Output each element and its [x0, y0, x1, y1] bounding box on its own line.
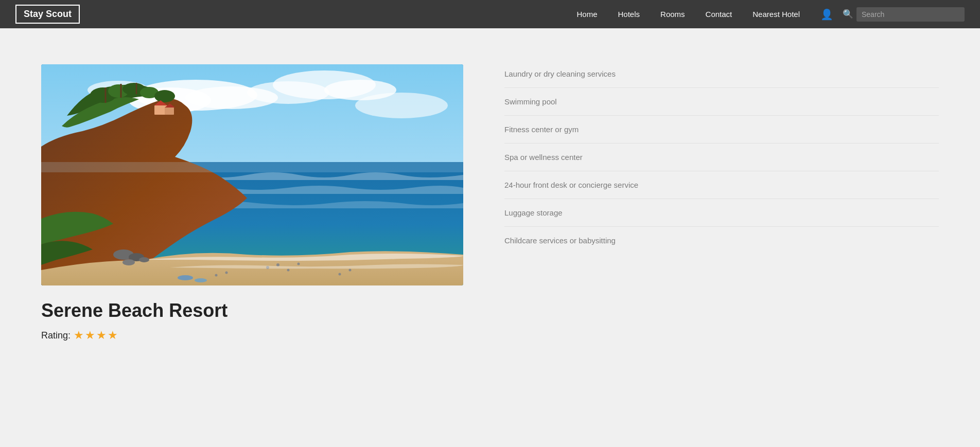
svg-point-34: [122, 259, 135, 265]
svg-point-26: [215, 274, 218, 277]
svg-point-29: [339, 273, 341, 276]
user-icon[interactable]: 👤: [820, 8, 833, 21]
star-1: ★: [74, 329, 84, 342]
svg-point-6: [247, 81, 329, 104]
search-input[interactable]: [856, 7, 965, 22]
svg-point-31: [195, 278, 207, 282]
main-content: Serene Beach Resort Rating: ★ ★ ★ ★ Laun…: [0, 28, 980, 363]
star-rating: ★ ★ ★ ★: [74, 329, 118, 342]
nav-links: Home Hotels Rooms Contact Nearest Hotel: [577, 10, 800, 19]
star-2: ★: [85, 329, 95, 342]
amenity-6: Childcare services or babysitting: [504, 227, 939, 254]
nav-contact[interactable]: Contact: [706, 10, 732, 19]
amenity-3: Spa or wellness center: [504, 144, 939, 171]
navbar: Stay Scout Home Hotels Rooms Contact Nea…: [0, 0, 980, 28]
svg-rect-36: [41, 162, 463, 172]
svg-point-24: [287, 269, 290, 272]
svg-point-7: [355, 93, 448, 118]
svg-point-14: [154, 90, 175, 102]
left-panel: Serene Beach Resort Rating: ★ ★ ★ ★: [41, 64, 463, 342]
hotel-image: [41, 64, 463, 285]
amenity-1: Swimming pool: [504, 88, 939, 116]
svg-point-35: [139, 257, 149, 262]
amenity-4: 24-hour front desk or concierge service: [504, 171, 939, 199]
nav-rooms[interactable]: Rooms: [660, 10, 685, 19]
nav-nearest-hotel[interactable]: Nearest Hotel: [752, 10, 800, 19]
hotel-title: Serene Beach Resort: [41, 300, 463, 321]
amenities-panel: Laundry or dry cleaning services Swimmin…: [504, 64, 939, 342]
svg-point-30: [178, 275, 193, 280]
svg-point-27: [225, 272, 228, 274]
svg-point-28: [349, 269, 352, 272]
nav-hotels[interactable]: Hotels: [618, 10, 640, 19]
star-4: ★: [108, 329, 118, 342]
logo[interactable]: Stay Scout: [15, 5, 80, 24]
nav-home[interactable]: Home: [577, 10, 598, 19]
svg-rect-19: [165, 108, 174, 115]
svg-point-23: [276, 263, 279, 266]
search-icon: 🔍: [843, 9, 853, 20]
amenity-0: Laundry or dry cleaning services: [504, 69, 939, 88]
amenity-2: Fitness center or gym: [504, 116, 939, 144]
star-3: ★: [96, 329, 107, 342]
search-wrapper: 🔍: [843, 7, 965, 22]
svg-point-25: [297, 263, 300, 265]
rating-label: Rating:: [41, 330, 71, 341]
amenity-5: Luggage storage: [504, 199, 939, 227]
hotel-rating: Rating: ★ ★ ★ ★: [41, 329, 463, 342]
